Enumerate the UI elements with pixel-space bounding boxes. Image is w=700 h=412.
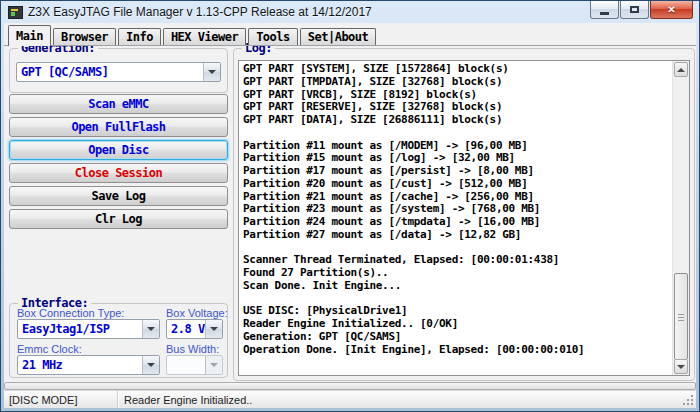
titlebar[interactable]: Z3X EasyJTAG File Manager v 1.13-CPP Rel…: [1, 1, 699, 23]
close-icon: ✕: [667, 4, 675, 15]
log-line: [243, 127, 668, 140]
open-fullflash-button[interactable]: Open FullFlash: [9, 117, 228, 137]
log-line: Scan Done. Init Engine...: [243, 280, 668, 293]
status-mode: [DISC MODE]: [9, 394, 77, 406]
log-line: Partition #20 mount as [/cust] -> [512,0…: [243, 178, 668, 191]
log-scrollbar[interactable]: [672, 61, 689, 375]
tab-tools[interactable]: Tools: [248, 28, 298, 45]
tab-bar: Main Browser Info HEX Viewer Tools Set|A…: [8, 25, 696, 45]
scan-emmc-button[interactable]: Scan eMMC: [9, 94, 228, 114]
status-bar: [DISC MODE] Reader Engine Initialized..: [4, 390, 696, 408]
log-line: Partition #17 mount as [/persist] -> [8,…: [243, 165, 668, 178]
chevron-down-icon: [205, 356, 222, 374]
close-session-button[interactable]: Close Session: [9, 163, 228, 183]
open-disc-button[interactable]: Open Disc: [9, 140, 228, 160]
tab-divider: [4, 45, 696, 46]
main-tab-page: Main Browser Info HEX Viewer Tools Set|A…: [4, 23, 696, 408]
status-mode-pane: [DISC MODE]: [4, 391, 118, 408]
emmc-clock-label: Emmc Clock:: [17, 343, 82, 355]
generation-group: Generation: GPT [QC/SAMS]: [9, 48, 228, 93]
clr-log-button[interactable]: Clr Log: [9, 209, 228, 229]
maximize-icon: [630, 6, 639, 13]
scrollbar-thumb[interactable]: [674, 273, 688, 360]
minimize-button[interactable]: [590, 1, 619, 19]
chevron-down-icon[interactable]: [203, 63, 220, 81]
window-controls: ✕: [589, 1, 693, 19]
box-connection-type-value: EasyJtag1/ISP: [18, 322, 142, 336]
log-line: GPT PART [DATA], SIZE [26886111] block(s…: [243, 114, 668, 127]
interface-group: Interface: Box Connection Type: EasyJtag…: [9, 303, 228, 378]
minimize-icon: [600, 12, 609, 15]
tab-set-about[interactable]: Set|About: [300, 28, 377, 45]
log-line: Found 27 Partition(s)..: [243, 267, 668, 280]
triangle-down-icon: [677, 365, 685, 369]
triangle-up-icon: [677, 68, 685, 72]
log-line: GPT PART [SYSTEM], SIZE [1572864] block(…: [243, 63, 668, 76]
close-button[interactable]: ✕: [650, 1, 693, 19]
log-line: GPT PART [TMPDATA], SIZE [32768] block(s…: [243, 76, 668, 89]
log-line: Generation: GPT [QC/SAMS]: [243, 331, 668, 344]
tab-browser[interactable]: Browser: [53, 28, 116, 45]
maximize-button[interactable]: [620, 1, 649, 19]
tab-main[interactable]: Main: [8, 25, 51, 46]
log-line: Partition #27 mount as [/data] -> [12,82…: [243, 229, 668, 242]
save-log-button[interactable]: Save Log: [9, 186, 228, 206]
tab-info[interactable]: Info: [118, 28, 161, 45]
window-title: Z3X EasyJTAG File Manager v 1.13-CPP Rel…: [28, 5, 372, 19]
box-voltage-label: Box Voltage:: [166, 307, 228, 319]
status-message-pane: Reader Engine Initialized..: [118, 391, 696, 408]
chevron-down-icon[interactable]: [205, 320, 222, 338]
log-line: Partition #24 mount as [/tmpdata] -> [16…: [243, 216, 668, 229]
app-icon[interactable]: [8, 6, 23, 19]
tab-hex-viewer[interactable]: HEX Viewer: [163, 28, 246, 45]
box-voltage-value: 2.8 V: [167, 322, 205, 336]
emmc-clock-select[interactable]: 21 MHz: [17, 355, 160, 375]
progress-bar: [4, 382, 696, 390]
generation-value: GPT [QC/SAMS]: [17, 65, 203, 79]
bus-width-label: Bus Width:: [166, 343, 219, 355]
log-lines: GPT PART [SYSTEM], SIZE [1572864] block(…: [243, 63, 668, 373]
emmc-clock-value: 21 MHz: [18, 358, 142, 372]
log-line: Operation Done. [Init Engine], Elapsed: …: [243, 344, 668, 357]
app-icon-detail: [11, 9, 18, 11]
chevron-down-icon[interactable]: [142, 356, 159, 374]
log-group: Log: GPT PART [SYSTEM], SIZE [1572864] b…: [233, 48, 695, 381]
app-window: Z3X EasyJTAG File Manager v 1.13-CPP Rel…: [0, 0, 700, 412]
log-line: Reader Engine Initialized.. [0/OK]: [243, 318, 668, 331]
box-voltage-select[interactable]: 2.8 V: [166, 319, 223, 339]
log-output[interactable]: GPT PART [SYSTEM], SIZE [1572864] block(…: [238, 60, 690, 376]
chevron-down-icon[interactable]: [142, 320, 159, 338]
box-connection-type-select[interactable]: EasyJtag1/ISP: [17, 319, 160, 339]
scroll-down-button[interactable]: [674, 359, 688, 374]
bus-width-select: [166, 355, 223, 375]
box-connection-type-label: Box Connection Type:: [17, 307, 124, 319]
app-icon-detail: [11, 12, 15, 16]
scroll-up-button[interactable]: [674, 62, 688, 77]
resize-grip[interactable]: [682, 394, 695, 407]
status-message: Reader Engine Initialized..: [124, 394, 252, 406]
generation-select[interactable]: GPT [QC/SAMS]: [16, 62, 221, 82]
